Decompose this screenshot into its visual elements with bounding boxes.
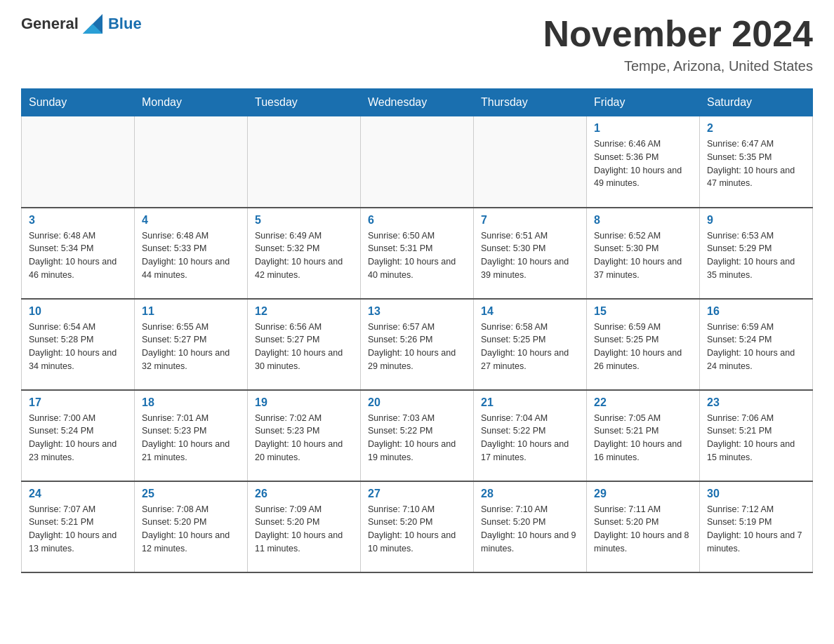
day-number: 27 [368,488,466,500]
day-info: Sunrise: 6:48 AMSunset: 5:33 PMDaylight:… [142,229,240,282]
header-wednesday: Wednesday [361,89,474,116]
day-info: Sunrise: 7:10 AMSunset: 5:20 PMDaylight:… [481,503,579,556]
calendar-cell: 22Sunrise: 7:05 AMSunset: 5:21 PMDayligh… [587,390,700,481]
calendar-cell [135,116,248,208]
week-row-4: 17Sunrise: 7:00 AMSunset: 5:24 PMDayligh… [22,390,813,481]
day-number: 20 [368,396,466,409]
day-info: Sunrise: 6:53 AMSunset: 5:29 PMDaylight:… [707,229,805,282]
day-number: 9 [707,214,805,227]
week-row-2: 3Sunrise: 6:48 AMSunset: 5:34 PMDaylight… [22,208,813,299]
calendar-cell: 28Sunrise: 7:10 AMSunset: 5:20 PMDayligh… [474,481,587,572]
calendar-cell: 30Sunrise: 7:12 AMSunset: 5:19 PMDayligh… [700,481,813,572]
calendar-cell: 19Sunrise: 7:02 AMSunset: 5:23 PMDayligh… [248,390,361,481]
day-number: 21 [481,396,579,409]
calendar-cell: 23Sunrise: 7:06 AMSunset: 5:21 PMDayligh… [700,390,813,481]
calendar-cell: 10Sunrise: 6:54 AMSunset: 5:28 PMDayligh… [22,299,135,390]
calendar-header-row: SundayMondayTuesdayWednesdayThursdayFrid… [22,89,813,116]
day-info: Sunrise: 7:11 AMSunset: 5:20 PMDaylight:… [594,503,692,556]
day-number: 15 [594,305,692,318]
week-row-1: 1Sunrise: 6:46 AMSunset: 5:36 PMDaylight… [22,116,813,208]
logo-general-text: General [21,15,79,33]
calendar-cell: 6Sunrise: 6:50 AMSunset: 5:31 PMDaylight… [361,208,474,299]
day-number: 30 [707,488,805,500]
calendar-cell: 11Sunrise: 6:55 AMSunset: 5:27 PMDayligh… [135,299,248,390]
logo-icon [83,14,102,34]
calendar-cell [22,116,135,208]
calendar-cell: 21Sunrise: 7:04 AMSunset: 5:22 PMDayligh… [474,390,587,481]
day-number: 28 [481,488,579,500]
calendar-cell [474,116,587,208]
week-row-5: 24Sunrise: 7:07 AMSunset: 5:21 PMDayligh… [22,481,813,572]
calendar-cell: 15Sunrise: 6:59 AMSunset: 5:25 PMDayligh… [587,299,700,390]
page-header: General Blue November 2024 Tempe, Arizon… [21,14,813,74]
day-number: 17 [29,396,127,409]
calendar-cell: 13Sunrise: 6:57 AMSunset: 5:26 PMDayligh… [361,299,474,390]
day-info: Sunrise: 6:46 AMSunset: 5:36 PMDaylight:… [594,137,692,190]
day-number: 7 [481,214,579,227]
calendar-cell: 9Sunrise: 6:53 AMSunset: 5:29 PMDaylight… [700,208,813,299]
day-info: Sunrise: 7:06 AMSunset: 5:21 PMDaylight:… [707,412,805,464]
day-info: Sunrise: 7:04 AMSunset: 5:22 PMDaylight:… [481,412,579,464]
day-number: 5 [255,214,353,227]
calendar-cell: 17Sunrise: 7:00 AMSunset: 5:24 PMDayligh… [22,390,135,481]
day-info: Sunrise: 6:52 AMSunset: 5:30 PMDaylight:… [594,229,692,282]
header-thursday: Thursday [474,89,587,116]
day-info: Sunrise: 7:01 AMSunset: 5:23 PMDaylight:… [142,412,240,464]
calendar-cell [361,116,474,208]
header-sunday: Sunday [22,89,135,116]
header-saturday: Saturday [700,89,813,116]
day-number: 1 [594,122,692,135]
calendar-cell: 24Sunrise: 7:07 AMSunset: 5:21 PMDayligh… [22,481,135,572]
header-friday: Friday [587,89,700,116]
day-number: 10 [29,305,127,318]
day-number: 6 [368,214,466,227]
calendar-cell: 2Sunrise: 6:47 AMSunset: 5:35 PMDaylight… [700,116,813,208]
calendar-cell: 20Sunrise: 7:03 AMSunset: 5:22 PMDayligh… [361,390,474,481]
logo: General Blue [21,14,142,34]
day-info: Sunrise: 6:59 AMSunset: 5:25 PMDaylight:… [594,321,692,373]
day-number: 24 [29,488,127,500]
header-right: November 2024 Tempe, Arizona, United Sta… [543,14,813,74]
calendar-cell: 3Sunrise: 6:48 AMSunset: 5:34 PMDaylight… [22,208,135,299]
day-number: 3 [29,214,127,227]
header-monday: Monday [135,89,248,116]
day-info: Sunrise: 6:48 AMSunset: 5:34 PMDaylight:… [29,229,127,282]
calendar-cell: 12Sunrise: 6:56 AMSunset: 5:27 PMDayligh… [248,299,361,390]
day-info: Sunrise: 7:03 AMSunset: 5:22 PMDaylight:… [368,412,466,464]
day-info: Sunrise: 6:56 AMSunset: 5:27 PMDaylight:… [255,321,353,373]
day-info: Sunrise: 6:49 AMSunset: 5:32 PMDaylight:… [255,229,353,282]
day-info: Sunrise: 6:50 AMSunset: 5:31 PMDaylight:… [368,229,466,282]
day-number: 22 [594,396,692,409]
day-info: Sunrise: 6:55 AMSunset: 5:27 PMDaylight:… [142,321,240,373]
day-info: Sunrise: 7:10 AMSunset: 5:20 PMDaylight:… [368,503,466,556]
day-number: 29 [594,488,692,500]
day-number: 16 [707,305,805,318]
day-info: Sunrise: 7:12 AMSunset: 5:19 PMDaylight:… [707,503,805,556]
calendar-cell: 1Sunrise: 6:46 AMSunset: 5:36 PMDaylight… [587,116,700,208]
day-info: Sunrise: 7:05 AMSunset: 5:21 PMDaylight:… [594,412,692,464]
location-text: Tempe, Arizona, United States [543,58,813,74]
day-number: 2 [707,122,805,135]
calendar-cell: 29Sunrise: 7:11 AMSunset: 5:20 PMDayligh… [587,481,700,572]
calendar-cell: 25Sunrise: 7:08 AMSunset: 5:20 PMDayligh… [135,481,248,572]
day-info: Sunrise: 7:08 AMSunset: 5:20 PMDaylight:… [142,503,240,556]
day-number: 19 [255,396,353,409]
week-row-3: 10Sunrise: 6:54 AMSunset: 5:28 PMDayligh… [22,299,813,390]
day-number: 23 [707,396,805,409]
calendar-cell: 26Sunrise: 7:09 AMSunset: 5:20 PMDayligh… [248,481,361,572]
day-number: 11 [142,305,240,318]
day-number: 13 [368,305,466,318]
calendar-cell: 7Sunrise: 6:51 AMSunset: 5:30 PMDaylight… [474,208,587,299]
day-info: Sunrise: 6:47 AMSunset: 5:35 PMDaylight:… [707,137,805,190]
day-info: Sunrise: 7:00 AMSunset: 5:24 PMDaylight:… [29,412,127,464]
day-number: 4 [142,214,240,227]
day-info: Sunrise: 7:02 AMSunset: 5:23 PMDaylight:… [255,412,353,464]
calendar-cell: 5Sunrise: 6:49 AMSunset: 5:32 PMDaylight… [248,208,361,299]
day-info: Sunrise: 6:51 AMSunset: 5:30 PMDaylight:… [481,229,579,282]
month-title: November 2024 [543,14,813,54]
day-info: Sunrise: 6:59 AMSunset: 5:24 PMDaylight:… [707,321,805,373]
day-info: Sunrise: 6:54 AMSunset: 5:28 PMDaylight:… [29,321,127,373]
day-number: 14 [481,305,579,318]
day-info: Sunrise: 7:09 AMSunset: 5:20 PMDaylight:… [255,503,353,556]
calendar-table: SundayMondayTuesdayWednesdayThursdayFrid… [21,88,813,573]
